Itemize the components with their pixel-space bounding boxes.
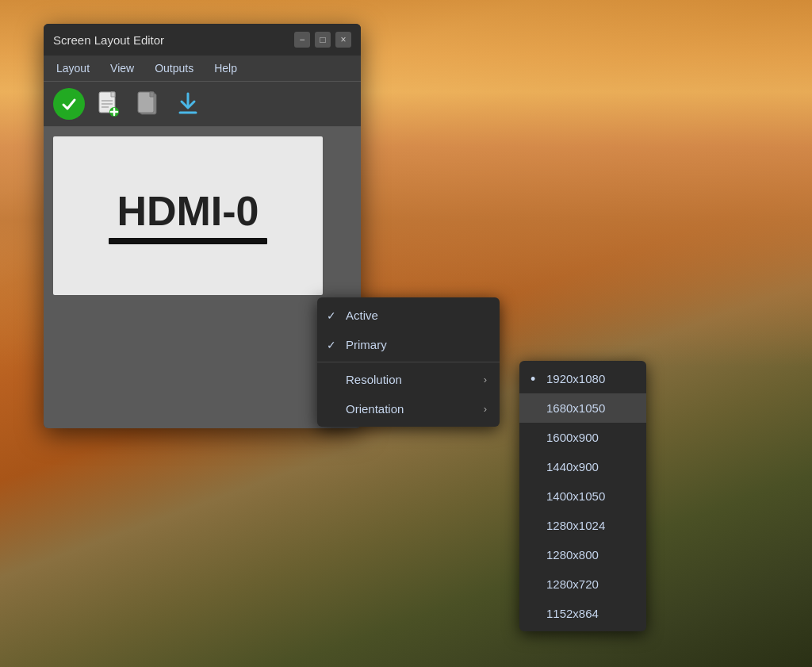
menu-active-label: Active	[346, 309, 378, 322]
close-button[interactable]: ×	[335, 32, 351, 48]
menu-resolution[interactable]: Resolution ›	[317, 365, 500, 394]
res-1440x900[interactable]: 1440x900	[519, 452, 646, 481]
menu-view[interactable]: View	[107, 60, 137, 76]
download-icon	[177, 90, 199, 117]
res-1680x1050-label: 1680x1050	[546, 401, 605, 415]
window-title: Screen Layout Editor	[53, 33, 164, 47]
res-1400x1050[interactable]: 1400x1050	[519, 481, 646, 511]
res-1280x1024-label: 1280x1024	[546, 519, 605, 532]
open-document-icon	[136, 90, 160, 117]
res-1600x900[interactable]: 1600x900	[519, 423, 646, 452]
canvas-area: HDMI-0	[44, 127, 361, 428]
screen-underline	[109, 238, 267, 244]
menu-help[interactable]: Help	[211, 60, 240, 76]
context-menu: Active Primary Resolution › Orientation …	[317, 297, 500, 427]
res-1280x1024[interactable]: 1280x1024	[519, 511, 646, 540]
menu-outputs[interactable]: Outputs	[151, 60, 197, 76]
res-1920x1080-label: 1920x1080	[546, 372, 605, 385]
orientation-arrow-icon: ›	[484, 403, 487, 415]
title-buttons: − □ ×	[294, 32, 351, 48]
menu-primary[interactable]: Primary	[317, 330, 500, 359]
minimize-button[interactable]: −	[294, 32, 310, 48]
toolbar	[44, 82, 361, 127]
app-window: Screen Layout Editor − □ × Layout View O…	[44, 24, 361, 428]
open-layout-button[interactable]	[132, 88, 164, 120]
new-document-icon	[98, 90, 120, 117]
menu-primary-label: Primary	[346, 338, 387, 351]
screen-name-label: HDMI-0	[117, 187, 259, 235]
menu-orientation[interactable]: Orientation ›	[317, 394, 500, 424]
res-1152x864-label: 1152x864	[546, 607, 599, 620]
menu-orientation-label: Orientation	[346, 402, 404, 416]
resolution-arrow-icon: ›	[484, 374, 487, 385]
res-1600x900-label: 1600x900	[546, 431, 599, 444]
maximize-button[interactable]: □	[315, 32, 331, 48]
resolution-submenu: 1920x1080 1680x1050 1600x900 1440x900 14…	[519, 361, 646, 631]
checkmark-icon	[60, 95, 78, 113]
res-1280x720[interactable]: 1280x720	[519, 569, 646, 599]
menu-layout[interactable]: Layout	[53, 60, 93, 76]
menu-active[interactable]: Active	[317, 301, 500, 330]
res-1440x900-label: 1440x900	[546, 460, 599, 473]
menu-separator-1	[317, 362, 500, 362]
res-1400x1050-label: 1400x1050	[546, 489, 605, 503]
res-1280x800-label: 1280x800	[546, 548, 599, 562]
res-1680x1050[interactable]: 1680x1050	[519, 393, 646, 423]
res-1920x1080[interactable]: 1920x1080	[519, 364, 646, 393]
screen-preview[interactable]: HDMI-0	[53, 136, 323, 295]
new-layout-button[interactable]	[93, 88, 124, 120]
res-1152x864[interactable]: 1152x864	[519, 599, 646, 628]
menu-resolution-label: Resolution	[346, 373, 402, 386]
title-bar-left: Screen Layout Editor	[53, 33, 164, 47]
res-1280x720-label: 1280x720	[546, 577, 599, 591]
res-1280x800[interactable]: 1280x800	[519, 540, 646, 569]
apply-button[interactable]	[53, 88, 85, 120]
menu-bar: Layout View Outputs Help	[44, 56, 361, 82]
export-button[interactable]	[172, 88, 204, 120]
title-bar: Screen Layout Editor − □ ×	[44, 24, 361, 56]
